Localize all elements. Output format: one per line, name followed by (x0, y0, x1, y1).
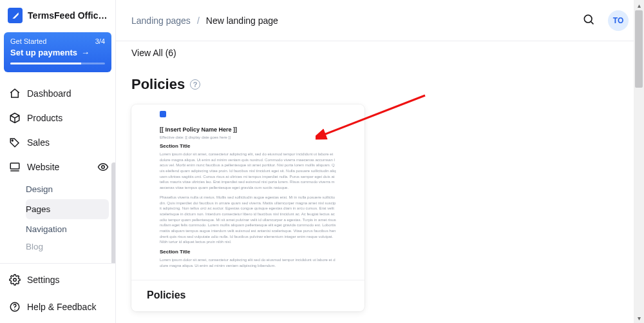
template-card-label: Policies (131, 280, 365, 311)
preview-greek-1: Lorem ipsum dolor sit amet, consectetur … (160, 152, 336, 191)
sidebar-nav-scroll: Dashboard Products Sales (0, 79, 115, 263)
sidebar-item-label: Dashboard (27, 88, 71, 99)
sidebar-nav: Dashboard Products Sales (0, 79, 115, 251)
sidebar-item-label: Settings (27, 275, 60, 285)
breadcrumb-parent[interactable]: Landing pages (131, 15, 191, 26)
preview-title: [[ Insert Policy Name Here ]] (160, 126, 336, 133)
brand-name: TermsFeed Office... (28, 10, 108, 21)
top-actions: TO (582, 10, 629, 31)
sidebar-item-settings[interactable]: Settings (0, 266, 115, 293)
breadcrumb: Landing pages / New landing page (131, 15, 278, 26)
main: Landing pages / New landing page TO View… (116, 0, 644, 323)
template-card-policies[interactable]: [[ Insert Policy Name Here ]] Effective … (131, 104, 365, 311)
avatar-initials: TO (613, 16, 623, 25)
breadcrumb-current: New landing page (206, 15, 278, 26)
sidebar-scrollbar[interactable] (111, 162, 115, 263)
section-title: Policies (131, 76, 185, 93)
template-preview: [[ Insert Policy Name Here ]] Effective … (131, 104, 365, 280)
gear-icon (9, 274, 21, 286)
sidebar-sub-design[interactable]: Design (26, 179, 115, 199)
brand[interactable]: TermsFeed Office... (0, 5, 115, 30)
section-help-icon[interactable]: ? (190, 79, 200, 90)
breadcrumb-sep: / (197, 15, 200, 26)
sidebar-item-label: Help & Feedback (27, 302, 96, 312)
get-started-label: Get Started (10, 37, 46, 45)
sidebar-bottom: Settings Help & Feedback (0, 263, 115, 323)
svg-point-3 (14, 279, 17, 282)
box-icon (9, 112, 21, 124)
home-icon (9, 88, 21, 99)
avatar[interactable]: TO (608, 10, 629, 31)
sidebar-item-label: Website (27, 162, 59, 172)
sidebar-scrollbar-thumb[interactable] (111, 162, 115, 263)
sidebar-item-sales[interactable]: Sales (0, 130, 115, 155)
sidebar: TermsFeed Office... Get Started 3/4 Set … (0, 0, 116, 323)
search-icon[interactable] (582, 13, 595, 28)
sidebar-item-label: Design (26, 184, 53, 194)
eye-icon[interactable] (97, 161, 109, 175)
arrow-right-icon: → (81, 48, 90, 57)
preview-greek-3: Lorem ipsum dolor sit amet, consectetur … (160, 257, 336, 268)
sidebar-sub-navigation[interactable]: Navigation (26, 219, 115, 239)
svg-point-6 (584, 15, 592, 23)
preview-h2: Section Title (160, 249, 336, 255)
preview-greek-2: Phasellus viverra nulla ut metus. Mollis… (160, 195, 336, 245)
scroll-up-icon[interactable]: ▴ (634, 0, 644, 10)
sidebar-item-label: Sales (27, 137, 50, 148)
get-started-card[interactable]: Get Started 3/4 Set up payments → (4, 32, 111, 72)
app-root: TermsFeed Office... Get Started 3/4 Set … (0, 0, 644, 323)
sidebar-item-label: Pages (26, 204, 50, 214)
preview-date: Effective date: [[ display date goes her… (160, 135, 336, 139)
monitor-icon (9, 161, 21, 173)
sidebar-website-sub: Design Pages Navigation Blog (0, 179, 115, 251)
get-started-count: 3/4 (95, 37, 105, 45)
sidebar-item-label: Navigation (26, 224, 67, 234)
help-icon (9, 301, 21, 313)
svg-rect-1 (10, 163, 19, 169)
svg-point-5 (14, 309, 15, 310)
sidebar-sub-blog[interactable]: Blog (26, 239, 115, 251)
content: View All (6) Policies ? [[ Insert Policy… (116, 41, 644, 323)
svg-point-0 (12, 140, 13, 141)
preview-h1: Section Title (160, 143, 336, 149)
get-started-progress (10, 63, 105, 64)
get-started-cta: Set up payments (10, 48, 77, 57)
sidebar-item-help[interactable]: Help & Feedback (0, 293, 115, 320)
view-all-link[interactable]: View All (6) (131, 48, 629, 58)
sidebar-item-label: Blog (26, 242, 43, 251)
preview-brand-icon (160, 111, 166, 117)
sidebar-item-website[interactable]: Website (0, 155, 115, 179)
tag-icon (9, 137, 21, 148)
page-scrollbar[interactable]: ▴ ▾ (634, 0, 644, 323)
sidebar-sub-pages[interactable]: Pages (26, 199, 109, 219)
sidebar-item-label: Products (27, 113, 62, 123)
section-title-row: Policies ? (131, 76, 629, 93)
topbar: Landing pages / New landing page TO (116, 0, 644, 41)
scroll-down-icon[interactable]: ▾ (634, 313, 644, 323)
page-scrollbar-thumb[interactable] (635, 10, 643, 88)
sidebar-item-products[interactable]: Products (0, 106, 115, 130)
brand-icon (8, 8, 23, 23)
svg-point-2 (102, 166, 105, 169)
sidebar-item-dashboard[interactable]: Dashboard (0, 81, 115, 106)
